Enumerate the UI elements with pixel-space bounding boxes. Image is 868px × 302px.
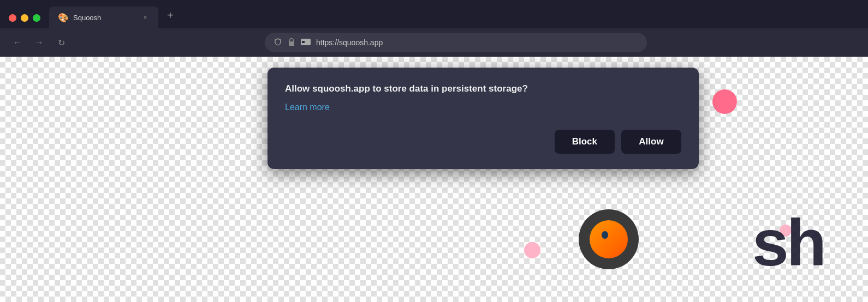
svg-rect-2 [302,41,305,43]
browser-toolbar: ← → ↻ ht [0,28,868,57]
learn-more-link[interactable]: Learn more [285,102,330,112]
squoosh-brand-text: sh [752,205,824,280]
decorative-dot-pink-small [524,242,540,258]
close-window-button[interactable] [9,14,16,22]
shield-icon [274,38,282,48]
tab-title-label: Squoosh [73,14,136,22]
popup-button-group: Block Allow [285,130,681,154]
tab-bar: 🎨 Squoosh × + [0,0,868,28]
block-button[interactable]: Block [555,130,615,154]
back-button[interactable]: ← [9,34,26,51]
address-bar[interactable]: https://squoosh.app [265,33,647,52]
forward-button[interactable]: → [31,34,48,51]
squoosh-logo-inner [590,220,628,258]
reload-button[interactable]: ↻ [52,34,70,51]
permission-popup: Allow squoosh.app to store data in persi… [267,68,699,169]
decorative-dot-pink-large [712,89,737,114]
maximize-window-button[interactable] [33,14,40,22]
new-tab-button[interactable]: + [163,5,178,26]
url-display: https://squoosh.app [316,38,638,47]
squoosh-logo-eye [602,231,608,239]
tab-close-button[interactable]: × [141,13,150,22]
tab-favicon-icon: 🎨 [58,13,69,23]
squoosh-logo [579,209,639,269]
browser-tab-squoosh[interactable]: 🎨 Squoosh × [49,7,158,28]
window-controls [9,14,40,22]
storage-icon [301,38,311,47]
popup-title: Allow squoosh.app to store data in persi… [285,83,681,95]
svg-rect-0 [289,41,294,46]
lock-icon [288,38,295,48]
minimize-window-button[interactable] [21,14,28,22]
allow-button[interactable]: Allow [621,130,681,154]
page-content: sh Allow squoosh.app to store data in pe… [0,57,868,302]
